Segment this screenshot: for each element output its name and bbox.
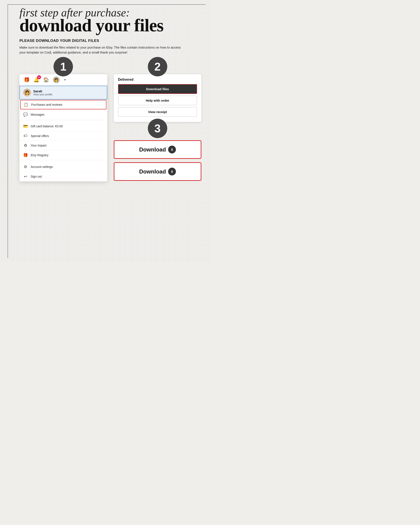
menu-profile-avatar: 👩 <box>23 89 31 96</box>
signout-icon: ↩ <box>23 174 28 179</box>
menu-item-registry[interactable]: 🎁 Etsy Registry <box>19 150 107 160</box>
avatar-nav[interactable]: 👩 <box>53 76 60 83</box>
special-offers-icon: 🏷 <box>23 134 28 138</box>
subtitle: PLEASE DOWNLOAD YOUR DIGITAL FILES <box>19 39 201 43</box>
menu-item-giftcard[interactable]: 💳 Gift card balance: €0.00 <box>19 122 107 131</box>
step-right-panels: Delivered Download files Help with order… <box>114 74 201 181</box>
help-with-order-button[interactable]: Help with order <box>118 96 197 105</box>
delivered-panel: Delivered Download files Help with order… <box>114 74 201 122</box>
registry-icon: 🎁 <box>23 153 28 158</box>
messages-icon: 💬 <box>23 112 28 117</box>
step-1: 1 🎁 🔔 50 🏠 👩 ▼ � <box>19 61 107 181</box>
menu-profile-sub: View your profile <box>33 93 52 96</box>
gift-nav-icon: 🎁 <box>24 77 29 83</box>
menu-item-impact-label: Your impact <box>31 144 46 147</box>
menu-item-special-offers-label: Special offers <box>31 134 49 138</box>
menu-item-special-offers[interactable]: 🏷 Special offers <box>19 131 107 141</box>
menu-profile-row[interactable]: 👩 Sarah View your profile <box>19 86 107 100</box>
menu-item-giftcard-label: Gift card balance: €0.00 <box>31 124 63 128</box>
download-button-2[interactable]: Download <box>114 162 201 181</box>
step-2-3: 2 Delivered Download files Help with ord… <box>114 61 201 184</box>
notification-nav-icon: 🔔 50 <box>33 77 39 83</box>
avatar-dropdown-icon: ▼ <box>64 78 66 82</box>
view-receipt-button[interactable]: View receipt <box>118 107 197 117</box>
menu-item-purchases-label: Purchases and reviews <box>31 103 62 106</box>
menu-item-settings-label: Account settings <box>31 165 53 169</box>
svg-rect-1 <box>171 173 173 173</box>
main-title: download your files <box>19 17 201 34</box>
description: Make sure to download the files related … <box>19 45 183 55</box>
download-label-2: Download <box>139 168 166 175</box>
menu-profile-info: Sarah View your profile <box>33 89 52 96</box>
download-arrow-icon-2 <box>168 168 176 175</box>
delivered-label: Delivered <box>118 78 197 82</box>
menu-item-signout-label: Sign out <box>31 175 42 178</box>
left-border <box>8 4 8 258</box>
menu-item-signout[interactable]: ↩ Sign out <box>19 172 107 181</box>
menu-item-registry-label: Etsy Registry <box>31 153 48 157</box>
menu-item-messages-label: Messages <box>31 113 44 116</box>
steps-row: 1 🎁 🔔 50 🏠 👩 ▼ � <box>19 61 201 184</box>
settings-icon: ⚙ <box>23 164 28 169</box>
step-3-circle: 3 <box>148 119 167 138</box>
giftcard-icon: 💳 <box>23 124 28 129</box>
shop-nav-icon: 🏠 <box>43 77 49 83</box>
menu-divider-2 <box>19 161 107 161</box>
impact-icon: ♻ <box>23 143 28 148</box>
step-1-circle: 1 <box>54 57 73 76</box>
menu-item-impact[interactable]: ♻ Your impact <box>19 141 107 150</box>
menu-item-messages[interactable]: 💬 Messages <box>19 110 107 120</box>
menu-item-purchases[interactable]: 📋 Purchases and reviews <box>20 100 106 109</box>
menu-item-settings[interactable]: ⚙ Account settings <box>19 162 107 172</box>
svg-rect-0 <box>171 151 173 151</box>
notification-badge: 50 <box>37 75 41 79</box>
download-files-button[interactable]: Download files <box>118 84 197 94</box>
menu-divider-1 <box>19 120 107 121</box>
menu-profile-name: Sarah <box>33 89 52 93</box>
step-3: 3 Download <box>114 128 201 181</box>
step-2-circle: 2 <box>148 57 167 76</box>
etsy-menu: 🎁 🔔 50 🏠 👩 ▼ 👩 Sarah <box>19 74 107 181</box>
download-arrow-icon-1 <box>168 146 176 153</box>
download-label-1: Download <box>139 146 166 153</box>
purchases-icon: 📋 <box>23 102 29 107</box>
download-button-1[interactable]: Download <box>114 140 201 159</box>
